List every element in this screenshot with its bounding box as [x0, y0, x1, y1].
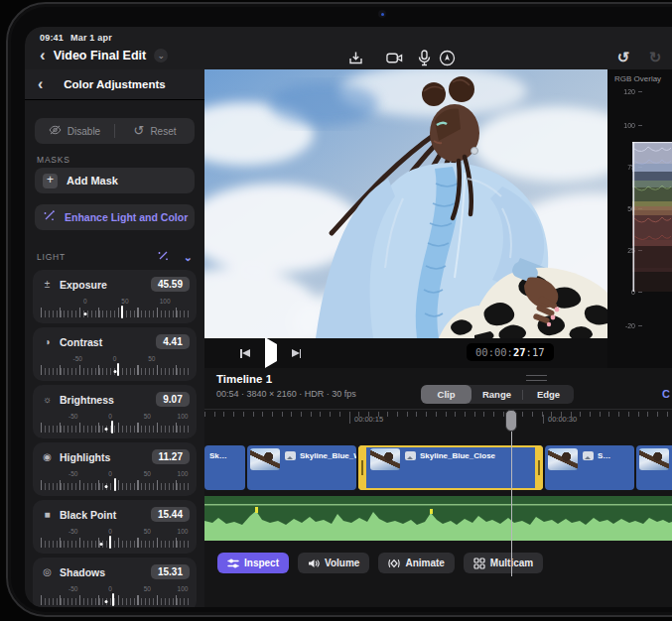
status-bar: 09:41Mar 1 apr: [40, 33, 119, 43]
pencil-circle-icon[interactable]: [436, 49, 458, 66]
exposure-value[interactable]: 45.59: [151, 277, 190, 292]
slider-brightness[interactable]: ☼ Brightness 9.07 -50 0 50 100: [33, 385, 197, 438]
panel-back-icon[interactable]: ‹: [38, 77, 43, 91]
mic-icon[interactable]: [413, 49, 435, 66]
disable-button[interactable]: Disable: [35, 118, 114, 144]
slider-contrast[interactable]: ◑ Contrast 4.41 -50 0 50: [33, 327, 197, 381]
speaker-icon: [308, 558, 320, 569]
clip-thumbnail: [370, 448, 400, 470]
photo-icon: [285, 451, 296, 460]
playhead-line: [511, 430, 513, 576]
slider-exposure[interactable]: ± Exposure 45.59 0 50 100: [33, 270, 197, 323]
scope-waveform: [607, 69, 672, 368]
timeline-corner-button[interactable]: C: [662, 388, 670, 400]
clip-skyline-blue-close[interactable]: Skyline_Blue_Close: [358, 445, 543, 490]
timeline-panel: Timeline 1 00:54 · 3840 × 2160 · HDR · 3…: [204, 368, 672, 607]
eye-off-icon: [49, 125, 62, 137]
multicam-button[interactable]: Multicam: [464, 553, 543, 573]
skip-back-button[interactable]: [240, 349, 250, 358]
video-frame-illustration: [204, 69, 607, 338]
top-toolbar: 09:41Mar 1 apr ‹ Video Final Edit ⌄: [25, 27, 672, 69]
clip-thumbnail: [250, 448, 280, 470]
contrast-icon: ◑: [42, 336, 53, 347]
clip-skyline-blue-wide[interactable]: Skyline_Blue_Wide: [247, 445, 356, 490]
exposure-ruler[interactable]: 0 50 100: [41, 298, 189, 317]
timeline-ruler[interactable]: 00:00:15 00:00:30: [204, 409, 672, 425]
grid-icon: [473, 558, 485, 569]
volume-button[interactable]: Volume: [298, 553, 369, 573]
inspector-icon: [227, 558, 239, 569]
contrast-ruler[interactable]: -50 0 50: [41, 355, 189, 375]
black-point-value[interactable]: 15.44: [151, 507, 190, 522]
segment-clip[interactable]: Clip: [421, 385, 471, 404]
status-time: 09:41: [40, 33, 64, 43]
animate-button[interactable]: Animate: [378, 553, 454, 573]
slider-shadows[interactable]: ◎ Shadows 15.31 -50 0 50 100: [33, 558, 197, 607]
clip-s-truncated[interactable]: S…: [545, 445, 634, 490]
brightness-icon: ☼: [42, 394, 53, 405]
highlights-icon: ◉: [42, 451, 53, 462]
brightness-value[interactable]: 9.07: [156, 392, 190, 407]
color-adjustments-panel: ‹ Color Adjustments Disable ↺ Reset: [25, 69, 204, 607]
project-title[interactable]: Video Final Edit: [54, 49, 147, 62]
masks-section-label: MASKS: [37, 155, 70, 165]
front-camera: [378, 10, 386, 18]
clip-thumbnail: [639, 448, 669, 470]
reset-button[interactable]: ↺ Reset: [115, 118, 195, 144]
trim-handle-left[interactable]: [358, 445, 366, 490]
video-preview[interactable]: [204, 69, 607, 338]
highlights-ruler[interactable]: -50 0 50 100: [41, 470, 189, 490]
rgb-overlay-scope[interactable]: RGB Overlay 120 100 75 50 25 0 -20: [607, 69, 672, 368]
inspect-button[interactable]: Inspect: [217, 553, 289, 573]
segment-edge[interactable]: Edge: [523, 385, 574, 404]
enhance-button[interactable]: Enhance Light and Color: [35, 204, 195, 230]
clip-edge-partial[interactable]: [636, 445, 672, 490]
camera-icon[interactable]: [383, 49, 405, 66]
trim-handle-right[interactable]: [535, 445, 543, 490]
timeline-meta: 00:54 · 3840 × 2160 · HDR · 30 fps: [216, 389, 356, 399]
magic-wand-icon: [43, 208, 56, 226]
status-date: Mar 1 apr: [70, 33, 112, 43]
timecode-display[interactable]: 00:00:27:17: [467, 343, 554, 361]
undo-icon[interactable]: ↺: [612, 49, 634, 66]
back-icon[interactable]: ‹: [40, 49, 46, 62]
brightness-ruler[interactable]: -50 0 50 100: [41, 413, 189, 433]
keyframe-icon: [388, 558, 400, 569]
clip-skyline-partial[interactable]: Sk…: [204, 445, 245, 490]
edit-mode-segmented-control: Clip Range Edge: [421, 385, 574, 404]
shadows-value[interactable]: 15.31: [151, 564, 190, 579]
chevron-down-icon[interactable]: ⌄: [154, 49, 168, 62]
audio-track[interactable]: [204, 496, 672, 541]
panel-header: ‹ Color Adjustments: [25, 69, 204, 100]
add-mask-button[interactable]: + Add Mask: [35, 168, 195, 193]
clip-thumbnail: [548, 448, 578, 470]
add-mask-label: Add Mask: [67, 175, 118, 186]
disable-label: Disable: [67, 126, 100, 137]
black-point-icon: ■: [42, 509, 53, 520]
segment-range[interactable]: Range: [471, 385, 522, 404]
light-section-header[interactable]: LIGHT ⌄: [37, 248, 193, 266]
screenshot-root: 09:41Mar 1 apr ‹ Video Final Edit ⌄: [0, 0, 672, 621]
skip-forward-button[interactable]: [292, 349, 302, 358]
import-icon[interactable]: [344, 49, 366, 66]
contrast-value[interactable]: 4.41: [156, 334, 190, 349]
shadows-ruler[interactable]: -50 0 50 100: [41, 585, 189, 605]
redo-icon[interactable]: ↻: [644, 49, 666, 66]
playhead-handle[interactable]: [505, 410, 517, 432]
play-button[interactable]: [265, 344, 277, 362]
reset-icon: ↺: [133, 126, 144, 136]
reset-label: Reset: [150, 126, 176, 137]
black-point-ruler[interactable]: -50 0 50 100: [41, 528, 189, 548]
highlights-value[interactable]: 11.27: [152, 449, 190, 464]
exposure-icon: ±: [42, 279, 53, 290]
drag-handle[interactable]: [526, 375, 547, 381]
slider-highlights[interactable]: ◉ Highlights 11.27 -50 0 50 100: [33, 442, 197, 496]
timeline-toolbar: Inspect Volume Animate: [217, 553, 543, 573]
enhance-label: Enhance Light and Color: [65, 211, 188, 223]
playback-bar: 00:00:27:17: [204, 338, 607, 368]
light-collapse-icon[interactable]: ⌄: [184, 251, 193, 264]
panel-title: Color Adjustments: [25, 78, 204, 90]
light-wand-icon[interactable]: [157, 248, 170, 266]
shadows-icon: ◎: [42, 566, 53, 577]
slider-black-point[interactable]: ■ Black Point 15.44 -50 0 50 100: [33, 500, 197, 554]
